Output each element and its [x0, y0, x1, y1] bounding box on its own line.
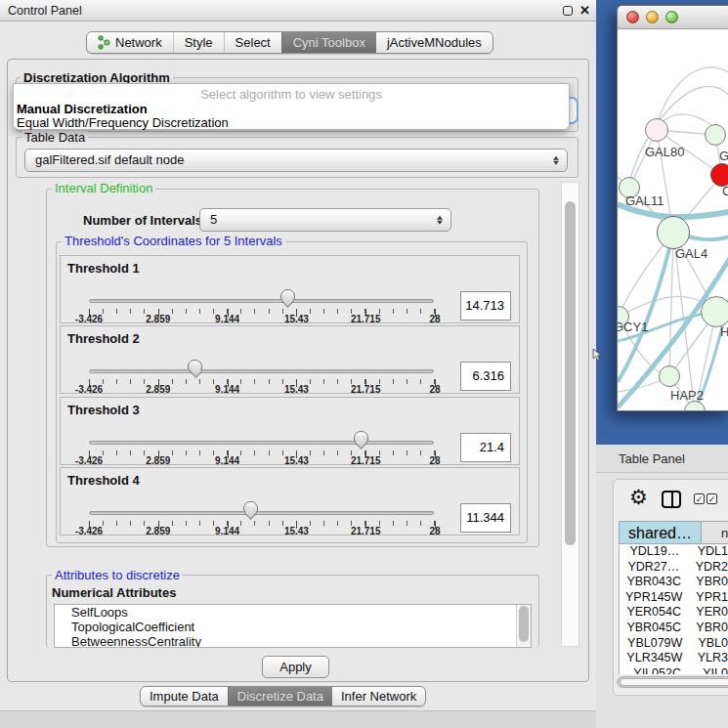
dropdown-option-equal-width[interactable]: Equal Width/Frequency Discretization: [17, 115, 229, 130]
node-hap2[interactable]: [659, 365, 680, 387]
table-row[interactable]: YDR27…YDR2: [620, 560, 728, 576]
network-view-window: GAL80 G. C GAL11 GAL4 GCY1 H HAP2: [617, 5, 728, 411]
node-label-gal11: GAL11: [625, 193, 664, 208]
gear-icon[interactable]: ⚙: [629, 487, 648, 507]
main-scrollbar-thumb[interactable]: [565, 201, 576, 545]
control-panel-titlebar: Control Panel ✕: [0, 0, 596, 21]
table-row[interactable]: YER054CYER0: [620, 605, 728, 621]
close-icon[interactable]: ✕: [579, 0, 590, 21]
node-label-partial-c: C: [722, 184, 728, 198]
node-h[interactable]: [701, 296, 728, 327]
combo-spinner-icon: [437, 214, 443, 227]
algorithm-dropdown-popup: Select algorithm to view settings Manual…: [13, 83, 570, 130]
tab-network[interactable]: Network: [87, 32, 173, 53]
zoom-traffic-light-icon[interactable]: [665, 11, 678, 23]
table-row[interactable]: YDL19…YDL1: [620, 544, 728, 560]
screen: Control Panel ✕ Network Style Select Cyn…: [0, 0, 728, 728]
number-of-intervals-label: Number of Intervals: [83, 213, 202, 228]
attributes-group-label: Attributes to discretize: [52, 569, 183, 581]
node-gal4[interactable]: [657, 216, 690, 249]
table-data-selected: galFiltered.sif default node: [35, 150, 184, 171]
threshold-2-panel: Threshold 2 -3.4262.8599.14415.4321.7152…: [60, 325, 520, 394]
slider-track[interactable]: [89, 441, 434, 445]
threshold-4-value-field[interactable]: 11.344: [460, 503, 511, 533]
table-row[interactable]: YLR345WYLR3: [620, 651, 728, 666]
checkbox-icon[interactable]: ✓: [694, 493, 705, 504]
window-title: Control Panel: [8, 0, 82, 21]
table-panel-header: Table Panel: [596, 445, 728, 473]
control-panel-tabbar: Network Style Select Cyni Toolbox jActiv…: [86, 31, 493, 54]
node-table: YDL19…YDL1 YDR27…YDR2 YBR043CYBR0 YPR145…: [619, 544, 728, 674]
apply-button[interactable]: Apply: [262, 656, 329, 678]
tab-infer-network[interactable]: Infer Network: [332, 687, 425, 706]
node-label-gal80: GAL80: [645, 145, 684, 159]
checkbox-icon[interactable]: ✓: [707, 493, 717, 504]
table-row[interactable]: YPR145WYPR1: [620, 590, 728, 606]
slider-thumb[interactable]: [243, 501, 258, 513]
slider-tick-labels: -3.4262.8599.14415.4321.71528: [89, 455, 435, 467]
table-row[interactable]: YBR045CYBR0: [620, 621, 728, 636]
node-label-gcy1: GCY1: [618, 320, 648, 334]
number-of-intervals-value: 5: [210, 209, 217, 231]
table-panel-title: Table Panel: [619, 451, 685, 466]
list-item[interactable]: BetweennessCentrality: [55, 634, 531, 648]
threshold-4-slider[interactable]: -3.4262.8599.14415.4321.71528: [89, 468, 434, 536]
column-header-name[interactable]: n…: [702, 521, 728, 544]
network-icon: [98, 35, 110, 50]
list-item[interactable]: TopologicalCoefficient: [55, 620, 531, 634]
numerical-attributes-label: Numerical Attributes: [52, 585, 176, 600]
threshold-3-panel: Threshold 3 -3.4262.8599.14415.4321.7152…: [60, 397, 520, 465]
tab-label: Network: [115, 35, 162, 50]
list-scrollbar-thumb[interactable]: [519, 606, 529, 642]
slider-track[interactable]: [89, 299, 434, 303]
slider-thumb[interactable]: [280, 289, 295, 301]
column-header-shared-name[interactable]: shared…: [619, 521, 702, 544]
tab-cyni-toolbox[interactable]: Cyni Toolbox: [281, 32, 376, 53]
table-hscrollbar-thumb[interactable]: [620, 678, 728, 686]
slider-thumb[interactable]: [188, 360, 202, 371]
table-data-combobox[interactable]: galFiltered.sif default node: [24, 149, 568, 172]
tab-select[interactable]: Select: [224, 32, 281, 53]
tab-jactivemnodules[interactable]: jActiveMNodules: [376, 32, 492, 53]
minimize-traffic-light-icon[interactable]: [646, 11, 659, 23]
dropdown-option-manual[interactable]: Manual Discretization: [17, 102, 148, 116]
threshold-2-value-field[interactable]: 6.316: [460, 362, 511, 391]
combo-spinner-icon: [553, 154, 559, 167]
network-canvas[interactable]: GAL80 G. C GAL11 GAL4 GCY1 H HAP2: [618, 30, 728, 410]
tab-impute-data[interactable]: Impute Data: [141, 687, 228, 706]
node-label-hap2: HAP2: [670, 388, 704, 403]
network-window-titlebar: [618, 6, 728, 29]
node-label-h: H: [720, 324, 728, 339]
threshold-3-value-field[interactable]: 21.4: [460, 433, 511, 462]
split-columns-icon[interactable]: [662, 491, 681, 508]
list-item[interactable]: SelfLoops: [55, 605, 531, 620]
slider-thumb[interactable]: [354, 431, 368, 443]
interval-definition-label: Interval Definition: [52, 182, 155, 194]
node-label-partial-g: G.: [719, 149, 728, 163]
tab-discretize-data[interactable]: Discretize Data: [228, 687, 332, 706]
slider-track[interactable]: [89, 369, 434, 373]
mouse-cursor: [592, 348, 604, 363]
node-gal80[interactable]: [645, 118, 668, 142]
dropdown-placeholder-option[interactable]: Select algorithm to view settings: [14, 87, 569, 102]
threshold-1-panel: Threshold 1 -3.4262.8599.14415.4321.7152…: [60, 255, 520, 323]
close-traffic-light-icon[interactable]: [626, 11, 639, 23]
threshold-1-slider[interactable]: -3.4262.8599.14415.4321.71528: [89, 256, 434, 324]
number-of-intervals-combobox[interactable]: 5: [199, 208, 451, 232]
threshold-4-panel: Threshold 4 -3.4262.8599.14415.4321.7152…: [60, 467, 520, 535]
numerical-attributes-list: SelfLoops TopologicalCoefficient Between…: [54, 604, 532, 648]
table-row[interactable]: YBL079WYBL0: [620, 636, 728, 652]
tab-style[interactable]: Style: [173, 32, 224, 53]
threshold-1-value-field[interactable]: 14.713: [460, 291, 511, 321]
table-row[interactable]: YIL052CYIL0: [620, 666, 728, 674]
threshold-2-slider[interactable]: -3.4262.8599.14415.4321.71528: [89, 326, 434, 395]
slider-tick-labels: -3.4262.8599.14415.4321.71528: [89, 384, 435, 396]
float-window-icon[interactable]: [563, 6, 573, 16]
table-data-label: Table Data: [21, 131, 88, 144]
table-row[interactable]: YBR043CYBR0: [620, 575, 728, 590]
node-label-gal4: GAL4: [675, 246, 707, 261]
slider-tick-labels: -3.4262.8599.14415.4321.71528: [89, 314, 435, 325]
node-partial-top-right[interactable]: [705, 124, 726, 146]
slider-track[interactable]: [89, 511, 434, 515]
threshold-3-slider[interactable]: -3.4262.8599.14415.4321.71528: [89, 398, 434, 466]
